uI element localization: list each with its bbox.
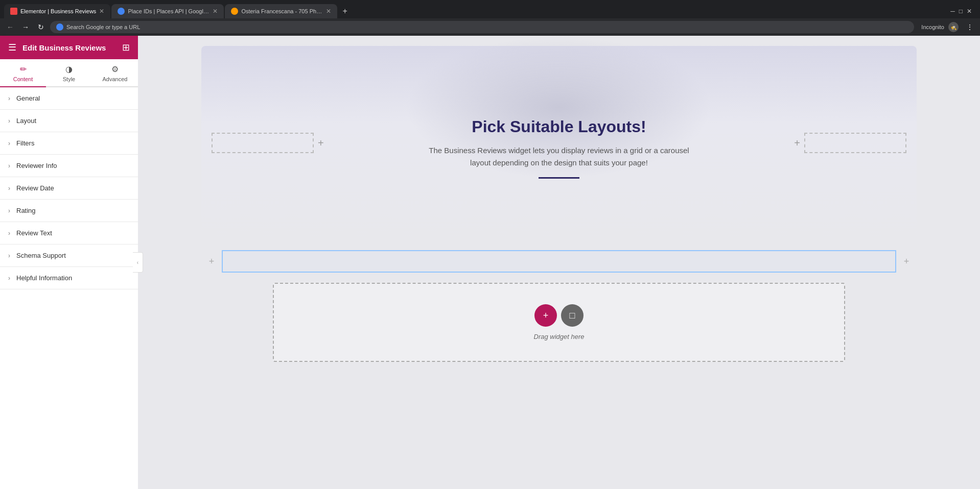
accordion-label-reviewer-info: Reviewer Info	[16, 162, 57, 169]
incognito-area: Incognito 🕵	[921, 22, 959, 32]
accordion-item-review-date[interactable]: ›Review Date	[0, 177, 138, 200]
minimize-button[interactable]: ─	[950, 8, 955, 15]
accordion-label-review-text: Review Text	[16, 229, 52, 237]
tab-content[interactable]: ✏ Content	[0, 59, 46, 87]
drop-zone: + □ Drag widget here	[273, 283, 845, 362]
tab-close-tab2[interactable]: ✕	[213, 8, 218, 15]
accordion-item-rating[interactable]: ›Rating	[0, 200, 138, 222]
add-widget-button[interactable]: +	[534, 304, 557, 327]
content-placeholder[interactable]	[222, 250, 896, 273]
nav-bar: ← → ↻ Search Google or type a URL Incogn…	[0, 18, 980, 36]
back-button[interactable]: ←	[4, 21, 16, 33]
browser-menu-button[interactable]: ⋮	[964, 21, 976, 33]
tab-style[interactable]: ◑ Style	[46, 59, 92, 87]
accordion-arrow-filters: ›	[8, 140, 10, 147]
content-tab-label: Content	[13, 76, 33, 82]
incognito-label: Incognito	[921, 24, 944, 30]
accordion-item-filters[interactable]: ›Filters	[0, 132, 138, 155]
reload-button[interactable]: ↻	[35, 21, 47, 33]
tab-title-tab1: Elementor | Business Reviews	[20, 8, 96, 14]
left-column-placeholder	[212, 133, 314, 153]
accordion-arrow-general: ›	[8, 95, 10, 102]
accordion-label-review-date: Review Date	[16, 184, 54, 192]
browser-tab-tab1[interactable]: Elementor | Business Reviews✕	[4, 4, 110, 18]
right-add-column-button[interactable]: +	[794, 137, 800, 149]
style-tab-label: Style	[63, 76, 75, 82]
address-bar[interactable]: Search Google or type a URL	[50, 21, 914, 33]
tab-favicon-tab1	[10, 8, 17, 15]
browser-tab-tab2[interactable]: Place IDs | Places API | Google...✕	[111, 4, 224, 18]
new-tab-button[interactable]: +	[338, 4, 351, 18]
accordion-label-general: General	[16, 94, 40, 102]
hero-section: + + Pick Suitable Layouts! The Business …	[201, 46, 917, 240]
accordion-arrow-reviewer-info: ›	[8, 162, 10, 169]
accordion-label-rating: Rating	[16, 207, 36, 214]
maximize-button[interactable]: □	[959, 8, 963, 15]
accordion-arrow-review-text: ›	[8, 230, 10, 237]
sidebar-tabs-bar: ✏ Content ◑ Style ⚙ Advanced	[0, 59, 138, 87]
app-container: ☰ Edit Business Reviews ⊞ ✏ Content ◑ St…	[0, 36, 980, 489]
collapse-sidebar-handle[interactable]: ‹	[133, 252, 143, 273]
accordion-arrow-schema-support: ›	[8, 252, 10, 259]
accordion-list: ›General›Layout›Filters›Reviewer Info›Re…	[0, 87, 138, 489]
tab-close-tab1[interactable]: ✕	[99, 8, 104, 15]
right-column-placeholder	[804, 133, 906, 153]
accordion-item-schema-support[interactable]: ›Schema Support	[0, 244, 138, 267]
browser-tab-tab3[interactable]: Osteria Francescana - 705 Photo...✕	[225, 4, 337, 18]
left-add-column-button[interactable]: +	[318, 137, 324, 149]
accordion-item-reviewer-info[interactable]: ›Reviewer Info	[0, 155, 138, 177]
apps-grid-icon[interactable]: ⊞	[122, 42, 130, 53]
hamburger-icon[interactable]: ☰	[8, 42, 16, 53]
accordion-label-helpful-information: Helpful Information	[16, 274, 72, 282]
content-tab-icon: ✏	[20, 64, 27, 74]
drop-zone-text: Drag widget here	[284, 333, 834, 340]
forward-button[interactable]: →	[19, 21, 32, 33]
add-section-button[interactable]: □	[561, 304, 584, 327]
accordion-item-review-text[interactable]: ›Review Text	[0, 222, 138, 244]
tab-favicon-tab2	[118, 8, 125, 15]
accordion-label-schema-support: Schema Support	[16, 252, 66, 259]
accordion-item-helpful-information[interactable]: ›Helpful Information	[0, 267, 138, 289]
tab-bar: Elementor | Business Reviews✕Place IDs |…	[0, 0, 980, 18]
style-tab-icon: ◑	[65, 64, 73, 74]
hero-content-block: Pick Suitable Layouts! The Business Revi…	[426, 117, 692, 179]
advanced-tab-icon: ⚙	[111, 64, 119, 74]
drop-zone-buttons: + □	[284, 304, 834, 327]
add-right-section-button[interactable]: +	[896, 256, 917, 267]
accordion-label-layout: Layout	[16, 117, 36, 125]
main-content: + + Pick Suitable Layouts! The Business …	[138, 36, 980, 489]
content-row: + +	[201, 250, 917, 273]
address-favicon	[56, 23, 63, 31]
add-left-section-button[interactable]: +	[201, 256, 222, 267]
sidebar-title: Edit Business Reviews	[22, 43, 106, 52]
tab-close-tab3[interactable]: ✕	[326, 8, 331, 15]
address-text: Search Google or type a URL	[66, 24, 140, 30]
close-button[interactable]: ✕	[967, 8, 972, 15]
accordion-arrow-layout: ›	[8, 117, 10, 125]
accordion-item-layout[interactable]: ›Layout	[0, 110, 138, 132]
accordion-label-filters: Filters	[16, 139, 34, 147]
advanced-tab-label: Advanced	[103, 76, 128, 82]
accordion-arrow-rating: ›	[8, 207, 10, 214]
hero-divider	[539, 177, 579, 179]
canvas-area: + + Pick Suitable Layouts! The Business …	[138, 36, 980, 489]
tab-title-tab3: Osteria Francescana - 705 Photo...	[241, 8, 323, 14]
sidebar-header: ☰ Edit Business Reviews ⊞	[0, 36, 138, 59]
tab-title-tab2: Place IDs | Places API | Google...	[128, 8, 209, 14]
widget-container: + + Pick Suitable Layouts! The Business …	[201, 46, 917, 362]
accordion-arrow-review-date: ›	[8, 185, 10, 192]
accordion-arrow-helpful-information: ›	[8, 275, 10, 282]
hero-title: Pick Suitable Layouts!	[426, 117, 692, 136]
tab-advanced[interactable]: ⚙ Advanced	[92, 59, 138, 87]
browser-chrome: Elementor | Business Reviews✕Place IDs |…	[0, 0, 980, 36]
tab-favicon-tab3	[231, 8, 238, 15]
accordion-item-general[interactable]: ›General	[0, 87, 138, 110]
incognito-icon: 🕵	[948, 22, 959, 32]
hero-subtitle: The Business Reviews widget lets you dis…	[426, 144, 692, 169]
sidebar: ☰ Edit Business Reviews ⊞ ✏ Content ◑ St…	[0, 36, 138, 489]
